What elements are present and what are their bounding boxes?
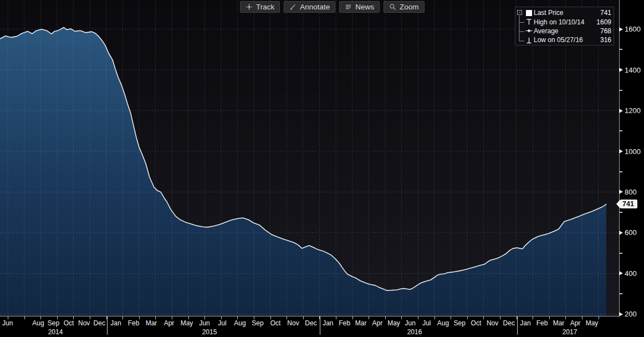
y-axis-label: 1400 — [625, 66, 641, 74]
x-axis-month-label: Jun — [196, 319, 213, 327]
high-marker-icon — [525, 18, 533, 25]
x-axis-month-label: May — [584, 319, 600, 327]
y-axis-major-tick: 800 — [619, 187, 637, 196]
legend-label: High on 10/10/14 — [534, 18, 596, 26]
zoom-button[interactable]: Zoom — [384, 1, 425, 13]
x-axis-month-label: Jul — [418, 319, 435, 327]
zoom-icon — [389, 3, 396, 11]
legend-value: 316 — [600, 36, 611, 44]
last-price-badge-value: 741 — [620, 200, 637, 208]
tick-arrow-icon — [619, 190, 623, 194]
x-axis-year-label: 2016 — [407, 328, 422, 336]
y-axis-minor-tick — [619, 171, 622, 172]
chart-toolbar: Track Annotate News Zoom — [240, 1, 425, 13]
x-axis-month-label: Oct — [468, 319, 484, 327]
x-axis-month-label: Oct — [267, 319, 284, 327]
y-axis-label: 200 — [625, 310, 637, 318]
x-axis-month-label: May — [178, 319, 196, 327]
x-axis-year-label: 2014 — [48, 328, 63, 336]
legend-row-last-price[interactable]: Last Price 741 — [525, 8, 611, 17]
x-axis-month-label: Apr — [369, 319, 386, 327]
tick-arrow-icon — [619, 27, 623, 32]
y-axis-label: 800 — [625, 188, 637, 196]
x-axis-month-row: JanFebMarAprMayJunJulAugSepOctNovDec — [320, 319, 517, 327]
news-icon — [345, 3, 352, 11]
legend-expander[interactable]: - — [517, 10, 522, 15]
y-axis-major-tick: 400 — [619, 269, 637, 278]
annotate-button-label: Annotate — [300, 3, 330, 11]
annotate-button[interactable]: Annotate — [284, 1, 335, 13]
x-axis-month-label: Sep — [451, 319, 468, 327]
x-axis-month-label: Feb — [534, 319, 550, 327]
x-axis-month-label: Apr — [567, 319, 584, 327]
x-axis-month-row: JanFebMarAprMayJunJulAugSepOctNovDec — [107, 319, 320, 327]
x-axis-month-label: Jun — [0, 319, 16, 327]
x-axis-month-label: Nov — [484, 319, 501, 327]
legend-value: 768 — [600, 27, 611, 35]
track-icon — [246, 3, 253, 11]
x-axis-month-row: JunAugSepOctNovDec — [0, 319, 107, 327]
y-axis-major-tick: 1000 — [619, 147, 641, 156]
annotate-icon — [289, 3, 297, 11]
legend-value: 741 — [600, 9, 611, 17]
x-axis-month-label: Dec — [500, 319, 517, 327]
x-axis-month-label: Dec — [302, 319, 320, 327]
area-chart[interactable] — [0, 0, 619, 316]
x-axis-month-label: Jan — [517, 319, 534, 327]
x-axis-month-label: Aug — [30, 319, 46, 327]
y-axis-minor-tick — [619, 253, 622, 254]
x-axis-month-label: Nov — [76, 319, 92, 327]
news-button-label: News — [355, 3, 374, 11]
y-axis-major-tick: 1600 — [619, 25, 641, 34]
last-price-swatch-icon — [525, 9, 533, 17]
y-axis-major-tick: 1200 — [619, 106, 641, 115]
x-axis-month-label: Feb — [336, 319, 353, 327]
x-axis-month-row: JanFebMarAprMay — [517, 319, 600, 327]
y-axis-label: 1200 — [625, 106, 641, 115]
y-axis-minor-tick — [619, 49, 622, 50]
legend-panel: - Last Price 741 High on 10/10/14 1609 A… — [515, 7, 614, 45]
legend-label: Average — [534, 27, 600, 35]
x-axis-month-label — [16, 319, 31, 327]
y-axis-minor-tick — [619, 212, 622, 213]
x-axis-month-label: Sep — [46, 319, 62, 327]
x-axis-month-label: Jan — [107, 319, 125, 327]
low-marker-icon — [525, 37, 533, 44]
legend-label: Low on 05/27/16 — [534, 36, 600, 44]
tick-arrow-icon — [619, 231, 623, 235]
x-axis-month-label: Mar — [142, 319, 160, 327]
average-marker-icon — [525, 27, 533, 34]
tick-arrow-icon — [619, 312, 623, 316]
y-axis-label: 600 — [625, 228, 637, 237]
x-axis-month-label: Mar — [550, 319, 567, 327]
last-price-badge: 741 — [616, 200, 637, 209]
x-axis-year-label: 2015 — [202, 328, 217, 336]
x-axis-month-label: Aug — [231, 319, 249, 327]
x-axis-line — [0, 316, 619, 316]
price-chart-plot-area[interactable] — [0, 0, 619, 316]
news-button[interactable]: News — [339, 1, 380, 13]
bloomberg-price-chart-screen: JunAugSepOctNovDec2014JanFebMarAprMayJun… — [0, 0, 644, 337]
x-axis-month-label: Jun — [402, 319, 418, 327]
y-axis-label: 1600 — [625, 25, 641, 33]
x-axis-month-label: Jan — [320, 319, 336, 327]
y-axis-major-tick: 600 — [619, 228, 637, 237]
y-axis-major-tick: 1400 — [619, 65, 641, 74]
legend-row-low[interactable]: Low on 05/27/16 316 — [525, 35, 611, 44]
x-axis-month-label: Jul — [213, 319, 231, 327]
legend-label: Last Price — [534, 9, 600, 17]
track-button[interactable]: Track — [240, 1, 280, 13]
track-button-label: Track — [256, 3, 274, 11]
badge-arrow-icon — [616, 200, 620, 208]
x-axis-month-label: Apr — [160, 319, 178, 327]
legend-value: 1609 — [596, 18, 611, 26]
legend-row-average[interactable]: Average 768 — [525, 27, 611, 35]
x-axis-month-label: Sep — [249, 319, 267, 327]
tick-arrow-icon — [619, 68, 623, 72]
y-axis-minor-tick — [619, 130, 622, 131]
legend-row-high[interactable]: High on 10/10/14 1609 — [525, 17, 611, 26]
zoom-button-label: Zoom — [400, 3, 419, 11]
y-axis-label: 400 — [625, 269, 637, 278]
tick-arrow-icon — [619, 271, 623, 275]
y-axis-label: 1000 — [625, 147, 641, 156]
